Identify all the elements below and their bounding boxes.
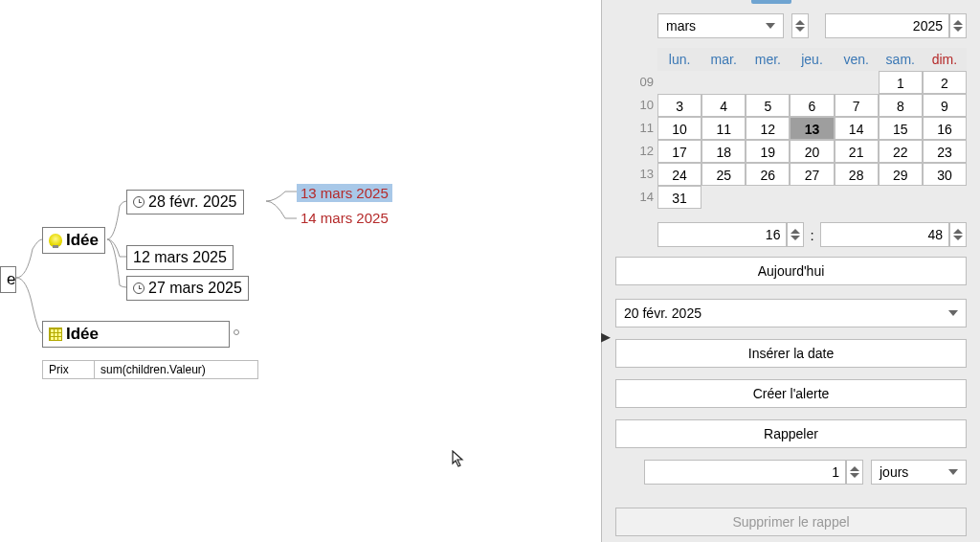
- table-row[interactable]: Prix sum(children.Valeur): [43, 361, 258, 379]
- minute-input[interactable]: 48: [820, 222, 949, 247]
- remind-value-spinner[interactable]: [846, 460, 863, 485]
- mouse-cursor-icon: [452, 450, 465, 469]
- node-handle[interactable]: [234, 329, 239, 335]
- calendar-day[interactable]: 20: [790, 140, 834, 163]
- calendar-day: [657, 71, 702, 94]
- calendar-day[interactable]: 12: [746, 117, 790, 140]
- spin-up-icon: [795, 20, 805, 25]
- calendar-day[interactable]: 7: [835, 94, 879, 117]
- spin-down-icon: [795, 27, 805, 32]
- delete-reminder-button[interactable]: Supprimer le rappel: [615, 508, 967, 536]
- calendar-day[interactable]: 11: [702, 117, 746, 140]
- calendar-day: [746, 71, 790, 94]
- calendar-day[interactable]: 23: [923, 140, 967, 163]
- calendar-day[interactable]: 5: [746, 94, 790, 117]
- insert-date-button[interactable]: Insérer la date: [615, 339, 967, 368]
- weekday-mon: lun.: [657, 52, 702, 67]
- calendar-day[interactable]: 26: [746, 163, 790, 186]
- calendar-day[interactable]: 18: [702, 140, 746, 163]
- clock-icon: [133, 282, 145, 294]
- calendar-day[interactable]: 28: [835, 163, 879, 186]
- week-number: 12: [635, 140, 657, 163]
- mindmap-canvas[interactable]: e Idée 28 févr. 2025 12 mars 2025 27 mar…: [0, 0, 601, 542]
- year-spinner[interactable]: [949, 13, 967, 38]
- root-label: e: [7, 270, 15, 289]
- calendar-row: 31: [657, 186, 967, 209]
- calendar-day[interactable]: 13: [790, 117, 834, 140]
- calendar-day[interactable]: 2: [923, 71, 967, 94]
- idea-node-2[interactable]: Idée: [42, 321, 230, 348]
- calendar-day[interactable]: 15: [879, 117, 923, 140]
- child-date-selected[interactable]: 13 mars 2025: [297, 184, 392, 202]
- calendar-day[interactable]: 10: [657, 117, 702, 140]
- weekday-sun: dim.: [923, 52, 967, 67]
- calendar-day[interactable]: 24: [657, 163, 702, 186]
- date-node-2[interactable]: 12 mars 2025: [126, 245, 234, 270]
- idea-node-1[interactable]: Idée: [42, 227, 105, 254]
- calendar-header: lun. mar. mer. jeu. ven. sam. dim.: [657, 48, 967, 71]
- today-button[interactable]: Aujourd'hui: [615, 257, 967, 285]
- week-number: 14: [635, 186, 657, 209]
- weekday-thu: jeu.: [790, 52, 834, 67]
- calendar-day[interactable]: 9: [923, 94, 967, 117]
- weekday-fri: ven.: [835, 52, 879, 67]
- calendar-day[interactable]: 14: [835, 117, 879, 140]
- calendar-day[interactable]: 8: [879, 94, 923, 117]
- root-node[interactable]: e: [0, 266, 16, 293]
- created-date-select[interactable]: 20 févr. 2025: [615, 299, 967, 327]
- calendar-day[interactable]: 21: [835, 140, 879, 163]
- calendar-day: [702, 186, 746, 209]
- remind-button[interactable]: Rappeler: [615, 419, 967, 448]
- calendar-day[interactable]: 4: [702, 94, 746, 117]
- create-alert-button[interactable]: Créer l'alerte: [615, 379, 967, 408]
- date-panel: ▶ mars 2025 lun: [601, 0, 980, 542]
- panel-collapse-handle[interactable]: ▶: [601, 329, 609, 347]
- week-number: 11: [635, 117, 657, 140]
- attribute-table[interactable]: Prix sum(children.Valeur): [42, 360, 258, 379]
- date-node-1[interactable]: 28 févr. 2025: [126, 190, 244, 215]
- spin-up-icon: [953, 20, 963, 25]
- child-date[interactable]: 14 mars 2025: [297, 209, 392, 227]
- remind-value-input[interactable]: 1: [644, 460, 846, 485]
- calendar-day: [835, 71, 879, 94]
- minute-spinner[interactable]: [949, 222, 967, 247]
- calendar-day[interactable]: 3: [657, 94, 702, 117]
- calendar-day[interactable]: 19: [746, 140, 790, 163]
- hour-spinner[interactable]: [787, 222, 804, 247]
- panel-tab-indicator: [751, 0, 791, 4]
- calendar-day[interactable]: 30: [923, 163, 967, 186]
- remind-unit-select[interactable]: jours: [871, 460, 967, 485]
- calendar-day[interactable]: 29: [879, 163, 923, 186]
- hour-input[interactable]: 16: [657, 222, 787, 247]
- idea1-label: Idée: [66, 231, 99, 250]
- calendar-row: 3456789: [657, 94, 967, 117]
- chevron-down-icon: [948, 310, 958, 316]
- month-select[interactable]: mars: [657, 13, 784, 38]
- calendar: lun. mar. mer. jeu. ven. sam. dim. 09101…: [657, 48, 967, 209]
- date3-label: 27 mars 2025: [148, 280, 242, 297]
- spin-up-icon: [953, 229, 963, 234]
- date-node-3[interactable]: 27 mars 2025: [126, 276, 249, 301]
- month-value: mars: [666, 18, 696, 34]
- weekday-wed: mer.: [746, 52, 790, 67]
- week-number: 09: [635, 71, 657, 94]
- week-number: 10: [635, 94, 657, 117]
- weekday-sat: sam.: [879, 52, 923, 67]
- calendar-row: 17181920212223: [657, 140, 967, 163]
- calendar-day[interactable]: 16: [923, 117, 967, 140]
- calendar-day[interactable]: 22: [879, 140, 923, 163]
- chevron-down-icon: [948, 469, 958, 475]
- calendar-day: [790, 71, 834, 94]
- time-separator: :: [810, 227, 813, 243]
- calendar-day[interactable]: 27: [790, 163, 834, 186]
- lightbulb-icon: [49, 234, 62, 247]
- calendar-day[interactable]: 6: [790, 94, 834, 117]
- month-spinner[interactable]: [791, 13, 809, 38]
- calendar-day: [702, 71, 746, 94]
- year-input[interactable]: 2025: [825, 13, 949, 38]
- calendar-row: 24252627282930: [657, 163, 967, 186]
- calendar-day[interactable]: 1: [879, 71, 923, 94]
- calendar-day[interactable]: 25: [702, 163, 746, 186]
- calendar-day[interactable]: 17: [657, 140, 702, 163]
- calendar-day[interactable]: 31: [657, 186, 702, 209]
